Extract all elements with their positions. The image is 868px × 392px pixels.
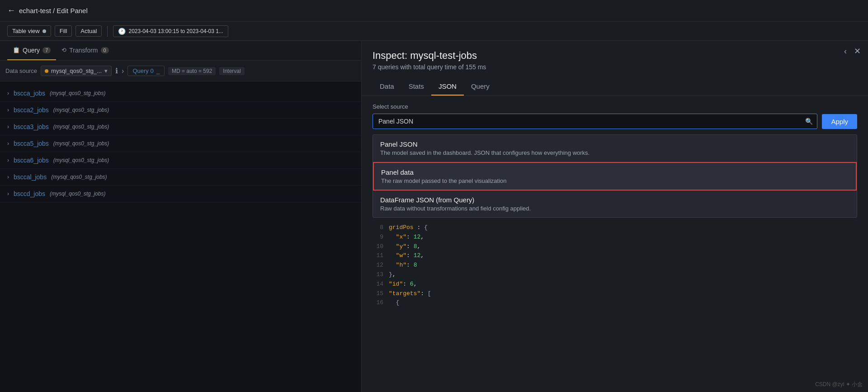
apply-button[interactable]: Apply [822, 114, 857, 129]
query-item-source: (mysql_qos0_stg_jobs) [50, 90, 105, 96]
line-code: gridPos : { [389, 223, 428, 233]
dropdown-item-panel-data[interactable]: Panel data The raw model passed to the p… [373, 162, 857, 191]
line-number: 13 [373, 270, 389, 280]
inspect-tab-data[interactable]: Data [373, 78, 401, 96]
query-item-name: bsccal_jobs [14, 173, 47, 181]
tab-query[interactable]: 📋 Query 7 [7, 41, 56, 60]
actual-label: Actual [80, 28, 97, 34]
table-view-button[interactable]: Table view [7, 25, 51, 37]
watermark: CSDN @zyl ✦ 小盒 [815, 381, 863, 388]
datasource-select[interactable]: mysql_qos0_stg_... ▾ [41, 66, 112, 76]
fill-button[interactable]: Fill [55, 25, 72, 37]
inspect-header: Inspect: mysql-test-jobs 7 queries with … [362, 41, 868, 78]
query-item-source: (mysql_qos0_stg_jobs) [53, 157, 109, 163]
inspect-subtitle: 7 queries with total query time of 155 m… [373, 63, 857, 71]
dropdown-item-panel-json-desc: The model saved in the dashboard. JSON t… [380, 149, 849, 156]
json-line: 11 "w": 12, [373, 251, 857, 261]
time-range-button[interactable]: 🕐 2023-04-03 13:00:15 to 2023-04-03 1... [113, 25, 228, 37]
query-item-source: (mysql_qos0_stg_jobs) [53, 107, 109, 113]
datasource-dot [45, 69, 48, 73]
inspect-body: Select source 🔍 Apply Panel JSON The mod… [362, 96, 868, 392]
back-arrow-icon: ← [7, 6, 15, 15]
close-button[interactable]: ✕ [854, 46, 861, 56]
query-list: › bscca_jobs (mysql_qos0_stg_jobs) › bsc… [0, 81, 361, 392]
json-line: 8 gridPos : { [373, 223, 857, 233]
line-code: "w": 12, [389, 251, 424, 261]
arrow-right-icon: › [122, 67, 124, 75]
expand-icon: › [7, 90, 9, 96]
expand-icon: › [7, 124, 9, 130]
query-item-name: bscca3_jobs [14, 123, 49, 130]
info-icon[interactable]: ℹ [115, 67, 118, 75]
tab-transform[interactable]: ⟲ Transform 0 [56, 41, 114, 60]
query-tab-label: Query [23, 47, 40, 54]
query-item[interactable]: › bscca2_jobs (mysql_qos0_stg_jobs) [0, 102, 361, 119]
source-dropdown: Panel JSON The model saved in the dashbo… [373, 134, 857, 218]
query-name-text: Query 0 [132, 67, 153, 74]
datasource-label: Data source [5, 67, 37, 74]
source-row: 🔍 Apply [373, 114, 857, 129]
query-item[interactable]: › bscca_jobs (mysql_qos0_stg_jobs) [0, 85, 361, 102]
query-item[interactable]: › bscca6_jobs (mysql_qos0_stg_jobs) [0, 152, 361, 169]
query-name-underscore: _ [156, 67, 160, 74]
actual-button[interactable]: Actual [75, 25, 102, 37]
expand-icon: › [7, 107, 9, 113]
expand-icon: › [7, 140, 9, 147]
transform-tab-badge: 0 [101, 47, 109, 53]
query-item[interactable]: › bsccd_jobs (mysql_qos0_stg_jobs) [0, 186, 361, 202]
dropdown-item-panel-json[interactable]: Panel JSON The model saved in the dashbo… [373, 135, 857, 162]
datasource-chevron: ▾ [104, 67, 108, 74]
json-tab-label: JSON [439, 82, 457, 90]
fill-label: Fill [60, 28, 67, 34]
table-view-label: Table view [12, 28, 40, 34]
line-code: }, [389, 270, 396, 280]
query-toolbar: Data source mysql_qos0_stg_... ▾ ℹ › Que… [0, 61, 361, 81]
json-content: 8 gridPos : { 9 "x": 12, 10 "y": 8, 11 "… [373, 223, 857, 385]
dropdown-item-panel-data-title: Panel data [381, 168, 849, 176]
line-number: 9 [373, 233, 389, 242]
inspect-tabs: Data Stats JSON Query [362, 78, 868, 96]
inspect-tab-stats[interactable]: Stats [401, 78, 431, 96]
expand-icon: › [7, 174, 9, 180]
window-controls: ‹ ✕ [844, 46, 861, 56]
dropdown-item-panel-json-title: Panel JSON [380, 140, 849, 148]
collapse-button[interactable]: ‹ [844, 47, 847, 56]
left-panel: 📋 Query 7 ⟲ Transform 0 Data source mysq… [0, 41, 362, 392]
metric-tag: MD = auto = 592 [168, 67, 216, 75]
query-item-source: (mysql_qos0_stg_jobs) [51, 174, 107, 180]
dropdown-item-panel-data-desc: The raw model passed to the panel visual… [381, 177, 849, 184]
line-code: { [389, 298, 399, 308]
time-range-text: 2023-04-03 13:00:15 to 2023-04-03 1... [128, 28, 223, 34]
query-item[interactable]: › bscca5_jobs (mysql_qos0_stg_jobs) [0, 135, 361, 152]
query-tab-label-inspect: Query [471, 82, 490, 90]
transform-tab-label: Transform [69, 47, 98, 54]
json-line: 16 { [373, 298, 857, 308]
back-button[interactable]: ← echart-test / Edit Panel [7, 6, 88, 15]
select-source-label: Select source [373, 103, 857, 110]
query-name-button[interactable]: Query 0 _ [127, 66, 164, 76]
expand-icon: › [7, 157, 9, 163]
inspect-tab-query[interactable]: Query [464, 78, 497, 96]
line-number: 16 [373, 298, 389, 308]
main-content: 📋 Query 7 ⟲ Transform 0 Data source mysq… [0, 41, 868, 392]
line-code: "h": 8 [389, 261, 417, 270]
dropdown-item-dataframe-title: DataFrame JSON (from Query) [380, 196, 849, 204]
clock-icon: 🕐 [118, 28, 126, 35]
query-item[interactable]: › bscca3_jobs (mysql_qos0_stg_jobs) [0, 119, 361, 135]
line-number: 12 [373, 261, 389, 270]
inspect-tab-json[interactable]: JSON [431, 78, 464, 96]
line-number: 11 [373, 251, 389, 261]
query-item-name: bscca5_jobs [14, 140, 49, 147]
query-item-name: bscca_jobs [14, 90, 45, 97]
line-number: 14 [373, 280, 389, 289]
data-tab-label: Data [380, 82, 394, 90]
query-item[interactable]: › bsccal_jobs (mysql_qos0_stg_jobs) [0, 169, 361, 186]
toolbar-divider [107, 26, 108, 37]
line-code: "x": 12, [389, 233, 424, 242]
dropdown-item-dataframe-json[interactable]: DataFrame JSON (from Query) Raw data wit… [373, 191, 857, 217]
line-code: "y": 8, [389, 242, 420, 252]
query-item-source: (mysql_qos0_stg_jobs) [53, 124, 109, 130]
source-input[interactable] [373, 114, 817, 129]
query-tab-badge: 7 [42, 47, 51, 53]
dropdown-item-dataframe-desc: Raw data without transformations and fie… [380, 205, 849, 212]
